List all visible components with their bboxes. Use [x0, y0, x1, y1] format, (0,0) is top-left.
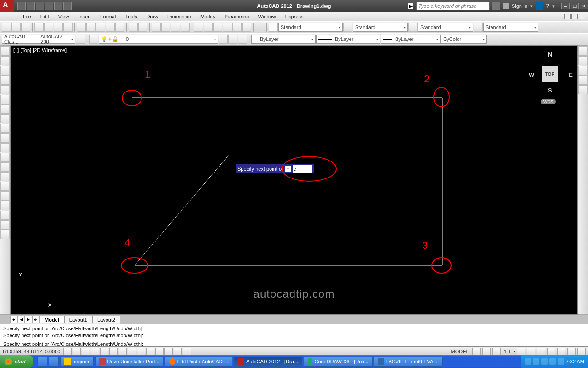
text-style-combo[interactable]: Standard▾ — [278, 23, 343, 32]
qat-save[interactable] — [36, 2, 44, 10]
tray-icon[interactable] — [525, 358, 531, 365]
menu-modify[interactable]: Modify — [196, 13, 220, 20]
snap-toggle[interactable] — [73, 348, 81, 355]
draworder-tool[interactable] — [578, 46, 588, 56]
sb-cleanscreen[interactable] — [577, 348, 586, 355]
qat-new[interactable] — [17, 2, 26, 10]
tp-button[interactable] — [213, 23, 222, 32]
system-tray[interactable]: 7:32 AM — [521, 355, 588, 368]
new-button[interactable] — [2, 23, 11, 32]
tab-layout2[interactable]: Layout2 — [92, 316, 120, 323]
doc-minimize[interactable] — [564, 14, 571, 19]
infer-toggle[interactable] — [63, 348, 72, 355]
menu-format[interactable]: Format — [96, 13, 121, 20]
sb-annoscale-icon[interactable] — [492, 348, 501, 355]
qat-redo[interactable] — [54, 2, 62, 10]
pan-button[interactable] — [152, 23, 161, 32]
zoom-rt-button[interactable] — [161, 23, 170, 32]
ducs-toggle[interactable] — [137, 348, 145, 355]
ml-style-combo[interactable]: Standard▾ — [483, 23, 538, 32]
xline-tool[interactable] — [0, 56, 10, 65]
tab-nav-prev[interactable]: ◀ — [17, 316, 25, 323]
task-lacviet[interactable]: LACVIET - mtd9 EVA ... — [374, 356, 443, 367]
menu-file[interactable]: File — [18, 13, 36, 20]
menu-parametric[interactable]: Parametric — [220, 13, 253, 20]
menu-insert[interactable]: Insert — [74, 13, 96, 20]
anno-scale[interactable]: 1:1 — [502, 349, 513, 354]
quicklaunch-2[interactable] — [49, 356, 59, 367]
tray-icon[interactable] — [541, 358, 548, 365]
table-tool[interactable] — [0, 211, 10, 220]
task-autocad[interactable]: AutoCAD 2012 - [Dra... — [234, 356, 302, 367]
polygon-tool[interactable] — [0, 75, 10, 85]
help-icon[interactable]: ? — [546, 2, 549, 10]
layer-combo[interactable]: 💡 ☀ 🔓 0▾ — [99, 34, 218, 44]
menu-draw[interactable]: Draw — [141, 13, 163, 20]
tray-icon[interactable] — [558, 358, 564, 365]
minimize-button[interactable]: – — [561, 3, 570, 9]
dyn-toggle[interactable] — [146, 348, 154, 355]
qcalc-button[interactable] — [242, 23, 251, 32]
3ddwf-button[interactable] — [63, 23, 73, 32]
properties-button[interactable] — [194, 23, 203, 32]
lineweight-combo[interactable]: ByLayer▾ — [381, 34, 441, 44]
drawing-viewport[interactable]: [–] [Top] [2D Wireframe] Specify next po… — [10, 45, 578, 315]
tray-icon[interactable] — [549, 358, 556, 365]
undo-button[interactable] — [129, 23, 138, 32]
clock[interactable]: 7:32 AM — [566, 359, 584, 364]
exchange-icon[interactable] — [536, 2, 543, 10]
sb-isolate[interactable] — [567, 348, 576, 355]
tablestyle-icon[interactable] — [408, 23, 418, 32]
open-button[interactable] — [11, 23, 21, 32]
binoculars-icon[interactable] — [492, 2, 500, 10]
preview-button[interactable] — [44, 23, 53, 32]
qat-plot[interactable] — [63, 2, 72, 10]
tab-nav-last[interactable]: ⏭ — [32, 316, 40, 323]
coordinates[interactable]: 64.9359, 44.8312, 0.0000 — [0, 349, 63, 354]
tab-model[interactable]: Model — [40, 316, 64, 323]
sc-toggle[interactable] — [183, 348, 191, 355]
menu-tools[interactable]: Tools — [121, 13, 142, 20]
maximize-button[interactable]: □ — [571, 3, 579, 9]
sb-annovisibility[interactable] — [517, 348, 525, 355]
start-button[interactable]: start — [0, 355, 33, 368]
layer-state-button[interactable] — [238, 34, 247, 44]
menu-express[interactable]: Express — [281, 13, 308, 20]
sign-in-link[interactable]: Sign In — [512, 3, 527, 9]
save-button[interactable] — [21, 23, 30, 32]
table-style-combo[interactable]: Standard▾ — [418, 23, 473, 32]
zoom-window-button[interactable] — [171, 23, 180, 32]
app-menu-button[interactable] — [0, 0, 14, 12]
spline-tool[interactable] — [0, 124, 10, 133]
layer-props-button[interactable] — [89, 34, 98, 44]
otrack-toggle[interactable] — [128, 348, 136, 355]
mlstyle-icon[interactable] — [474, 23, 483, 32]
point-tool[interactable] — [0, 172, 10, 181]
rectangle-tool[interactable] — [0, 85, 10, 94]
markup-button[interactable] — [232, 23, 242, 32]
osnap-toggle[interactable] — [109, 348, 118, 355]
cut-button[interactable] — [77, 23, 86, 32]
qp-toggle[interactable] — [174, 348, 182, 355]
tab-nav-first[interactable]: ⏮ — [10, 316, 17, 323]
edit-array-tool[interactable] — [578, 85, 588, 94]
tray-icon[interactable] — [533, 358, 539, 365]
close-button[interactable]: × — [580, 3, 588, 9]
polar-toggle[interactable] — [100, 348, 108, 355]
color-combo[interactable]: ByLayer▾ — [251, 34, 316, 44]
task-beginer[interactable]: beginer — [60, 356, 94, 367]
menu-window[interactable]: Window — [254, 13, 281, 20]
dc-button[interactable] — [204, 23, 213, 32]
tab-layout1[interactable]: Layout1 — [64, 316, 92, 323]
layer-prev-button[interactable] — [228, 34, 237, 44]
pline-tool[interactable] — [0, 66, 10, 75]
tab-nav-next[interactable]: ▶ — [25, 316, 32, 323]
workspace-combo[interactable]: AutoCAD Clas...AutoCAD 200▾ — [2, 34, 75, 44]
qat-undo[interactable] — [45, 2, 53, 10]
lwt-toggle[interactable] — [155, 348, 164, 355]
copy-button[interactable] — [86, 23, 96, 32]
task-firefox[interactable]: Edit Post ‹ AutoCAD ... — [165, 356, 232, 367]
task-revo[interactable]: Revo Uninstaller Port... — [95, 356, 164, 367]
gradient-tool[interactable] — [0, 191, 10, 201]
matchprop-button[interactable] — [106, 23, 115, 32]
